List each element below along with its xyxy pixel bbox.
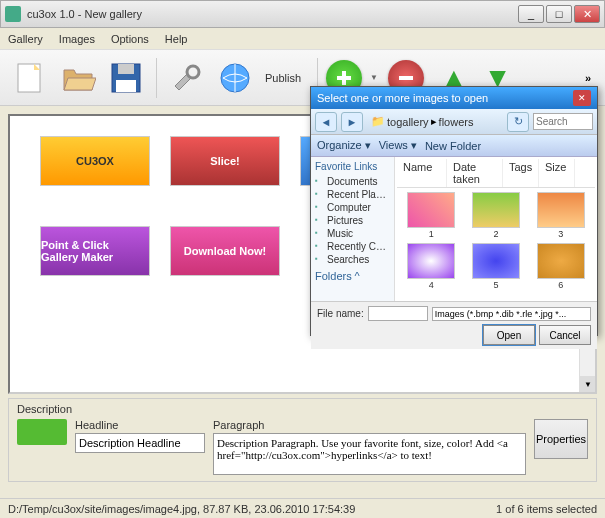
thumb-label: Slice! xyxy=(210,155,239,167)
maximize-button[interactable]: □ xyxy=(546,5,572,23)
paragraph-input[interactable]: Description Paragraph. Use your favorite… xyxy=(213,433,526,475)
svg-point-4 xyxy=(187,66,199,78)
cancel-button[interactable]: Cancel xyxy=(539,325,591,345)
col-size[interactable]: Size xyxy=(539,159,575,187)
file-caption: 2 xyxy=(493,229,498,239)
dialog-navbar: ◄ ► 📁 togallery ▸ flowers ↻ xyxy=(311,109,597,135)
new-folder-button[interactable]: New Folder xyxy=(425,140,481,152)
views-button[interactable]: Views ▾ xyxy=(379,139,417,152)
thumb-label: CU3OX xyxy=(76,155,114,167)
close-button[interactable]: ✕ xyxy=(574,5,600,23)
dialog-title: Select one or more images to open xyxy=(317,92,488,104)
sidebar-item-music[interactable]: Music xyxy=(315,227,390,240)
col-tags[interactable]: Tags xyxy=(503,159,539,187)
dialog-close-button[interactable]: ✕ xyxy=(573,90,591,106)
thumbnail-1[interactable]: CU3OX xyxy=(40,136,150,186)
window-controls: _ □ ✕ xyxy=(518,5,600,23)
file-icon xyxy=(472,243,520,279)
file-icon xyxy=(472,192,520,228)
file-caption: 5 xyxy=(493,280,498,290)
open-button[interactable]: Open xyxy=(483,325,535,345)
file-item[interactable]: 5 xyxy=(466,243,527,290)
folders-toggle[interactable]: Folders ^ xyxy=(315,270,390,282)
file-item[interactable]: 6 xyxy=(530,243,591,290)
minimize-button[interactable]: _ xyxy=(518,5,544,23)
menubar: Gallery Images Options Help xyxy=(0,28,605,50)
svg-rect-2 xyxy=(118,64,134,74)
sidebar-item-searches[interactable]: Searches xyxy=(315,253,390,266)
paragraph-label: Paragraph xyxy=(213,419,526,431)
properties-button[interactable]: Properties xyxy=(534,419,588,459)
new-button[interactable] xyxy=(8,56,52,100)
column-headers: Name Date taken Tags Size xyxy=(397,159,595,188)
path-segment[interactable]: togallery xyxy=(387,116,429,128)
headline-input[interactable] xyxy=(75,433,205,453)
file-filter-dropdown[interactable]: Images (*.bmp *.dib *.rle *.jpg *... xyxy=(432,307,591,321)
organize-button[interactable]: Organize ▾ xyxy=(317,139,371,152)
thumbnail-2[interactable]: Slice! xyxy=(170,136,280,186)
save-button[interactable] xyxy=(104,56,148,100)
sidebar-item-pictures[interactable]: Pictures xyxy=(315,214,390,227)
sidebar-item-recent[interactable]: Recent Places xyxy=(315,188,390,201)
folder-icon: 📁 xyxy=(371,115,385,128)
file-item[interactable]: 3 xyxy=(530,192,591,239)
path-separator: ▸ xyxy=(431,115,437,128)
status-left: D:/Temp/cu3ox/site/images/image4.jpg, 87… xyxy=(8,503,355,515)
separator xyxy=(156,58,157,98)
menu-help[interactable]: Help xyxy=(165,33,188,45)
dialog-footer: File name: Images (*.bmp *.dib *.rle *.j… xyxy=(311,301,597,349)
sidebar-item-computer[interactable]: Computer xyxy=(315,201,390,214)
dialog-body: Favorite Links Documents Recent Places C… xyxy=(311,157,597,301)
thumbnail-6[interactable]: Download Now! xyxy=(170,226,280,276)
file-icon xyxy=(537,192,585,228)
back-button[interactable]: ◄ xyxy=(315,112,337,132)
file-item[interactable]: 2 xyxy=(466,192,527,239)
file-caption: 6 xyxy=(558,280,563,290)
file-list: Name Date taken Tags Size 1 2 3 4 5 6 xyxy=(395,157,597,301)
description-title: Description xyxy=(17,403,588,415)
dialog-toolbar: Organize ▾ Views ▾ New Folder xyxy=(311,135,597,157)
filename-input[interactable] xyxy=(368,306,428,321)
favorites-header: Favorite Links xyxy=(315,161,390,172)
scroll-down-icon[interactable]: ▼ xyxy=(580,376,596,392)
window-title: cu3ox 1.0 - New gallery xyxy=(27,8,518,20)
description-panel: Description Headline Paragraph Descripti… xyxy=(8,398,597,482)
thumbnail-5[interactable]: Point & Click Gallery Maker xyxy=(40,226,150,276)
publish-label: Publish xyxy=(265,72,301,84)
titlebar: cu3ox 1.0 - New gallery _ □ ✕ xyxy=(0,0,605,28)
thumb-label: Point & Click Gallery Maker xyxy=(41,239,149,263)
publish-button[interactable] xyxy=(213,56,257,100)
col-name[interactable]: Name xyxy=(397,159,447,187)
app-icon xyxy=(5,6,21,22)
dialog-titlebar: Select one or more images to open ✕ xyxy=(311,87,597,109)
file-open-dialog: Select one or more images to open ✕ ◄ ► … xyxy=(310,86,598,336)
description-thumbnail xyxy=(17,419,67,445)
sidebar-item-recently-changed[interactable]: Recently Chan... xyxy=(315,240,390,253)
open-button[interactable] xyxy=(56,56,100,100)
filename-label: File name: xyxy=(317,308,364,319)
col-date[interactable]: Date taken xyxy=(447,159,503,187)
file-item[interactable]: 4 xyxy=(401,243,462,290)
file-grid: 1 2 3 4 5 6 xyxy=(397,188,595,294)
file-icon xyxy=(407,243,455,279)
search-input[interactable] xyxy=(533,113,593,130)
menu-gallery[interactable]: Gallery xyxy=(8,33,43,45)
breadcrumb: 📁 togallery ▸ flowers xyxy=(367,115,503,128)
file-caption: 4 xyxy=(429,280,434,290)
statusbar: D:/Temp/cu3ox/site/images/image4.jpg, 87… xyxy=(0,498,605,518)
status-right: 1 of 6 items selected xyxy=(496,503,597,515)
overflow-button[interactable]: » xyxy=(579,72,597,84)
file-icon xyxy=(407,192,455,228)
file-caption: 3 xyxy=(558,229,563,239)
sidebar-item-documents[interactable]: Documents xyxy=(315,175,390,188)
file-item[interactable]: 1 xyxy=(401,192,462,239)
menu-options[interactable]: Options xyxy=(111,33,149,45)
menu-images[interactable]: Images xyxy=(59,33,95,45)
settings-button[interactable] xyxy=(165,56,209,100)
add-dropdown[interactable]: ▼ xyxy=(370,73,380,82)
refresh-button[interactable]: ↻ xyxy=(507,112,529,132)
dialog-sidebar: Favorite Links Documents Recent Places C… xyxy=(311,157,395,301)
headline-label: Headline xyxy=(75,419,205,431)
path-segment[interactable]: flowers xyxy=(439,116,474,128)
forward-button[interactable]: ► xyxy=(341,112,363,132)
